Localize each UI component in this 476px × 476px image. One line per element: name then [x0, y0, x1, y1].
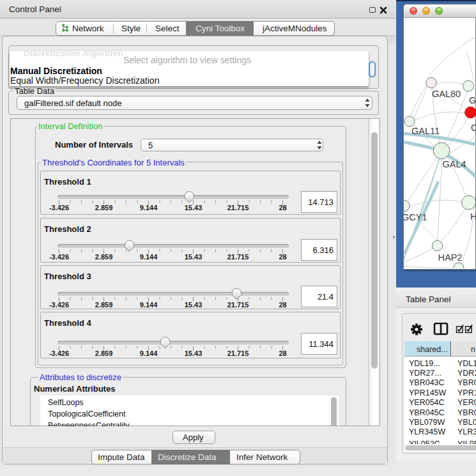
svg-text:GAL80: GAL80 [432, 89, 461, 99]
svg-text:28: 28 [279, 300, 286, 308]
svg-text:28: 28 [279, 253, 286, 261]
svg-text:C: C [471, 123, 476, 133]
svg-text:9.144: 9.144 [139, 253, 157, 261]
svg-text:-3.426: -3.426 [49, 300, 68, 308]
svg-text:-3.426: -3.426 [49, 204, 68, 211]
svg-text:-3.426: -3.426 [49, 349, 68, 357]
svg-text:2.859: 2.859 [95, 204, 112, 211]
svg-text:2.859: 2.859 [95, 300, 112, 308]
svg-text:2.859: 2.859 [95, 253, 112, 261]
svg-text:9.144: 9.144 [139, 349, 157, 357]
svg-text:GAL11: GAL11 [411, 126, 440, 136]
svg-text:28: 28 [279, 204, 286, 211]
svg-text:28: 28 [279, 349, 286, 357]
svg-text:21.715: 21.715 [227, 204, 249, 211]
svg-text:15.43: 15.43 [184, 253, 202, 261]
svg-text:-3.426: -3.426 [49, 253, 68, 261]
svg-text:21.715: 21.715 [227, 300, 249, 308]
svg-text:GCY1: GCY1 [404, 212, 427, 222]
svg-text:15.43: 15.43 [184, 349, 202, 357]
svg-text:HAP2: HAP2 [438, 252, 463, 263]
svg-text:2.859: 2.859 [95, 349, 112, 357]
svg-text:9.144: 9.144 [139, 300, 157, 308]
svg-text:21.715: 21.715 [227, 253, 249, 261]
svg-text:9.144: 9.144 [139, 204, 157, 211]
svg-text:H: H [470, 211, 476, 222]
svg-text:GAL4: GAL4 [443, 159, 466, 169]
svg-text:GAL: GAL [469, 95, 476, 105]
svg-text:15.43: 15.43 [184, 300, 202, 308]
svg-text:21.715: 21.715 [227, 349, 249, 357]
svg-text:15.43: 15.43 [184, 204, 202, 211]
